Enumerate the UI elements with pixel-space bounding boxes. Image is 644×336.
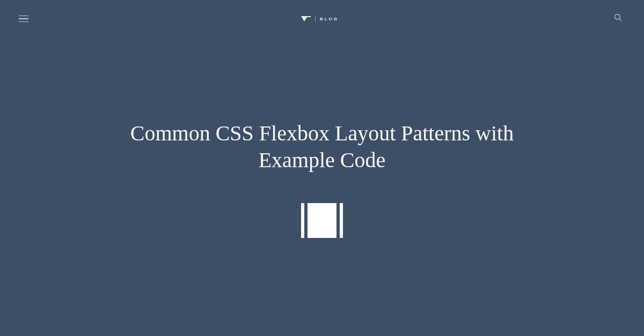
flexbox-illustration [301,203,343,238]
illustration-bar [340,203,343,238]
main-content: Common CSS Flexbox Layout Patterns with … [0,0,644,336]
page-title: Common CSS Flexbox Layout Patterns with … [129,120,515,174]
illustration-bar [301,203,304,238]
illustration-bar [308,203,336,238]
